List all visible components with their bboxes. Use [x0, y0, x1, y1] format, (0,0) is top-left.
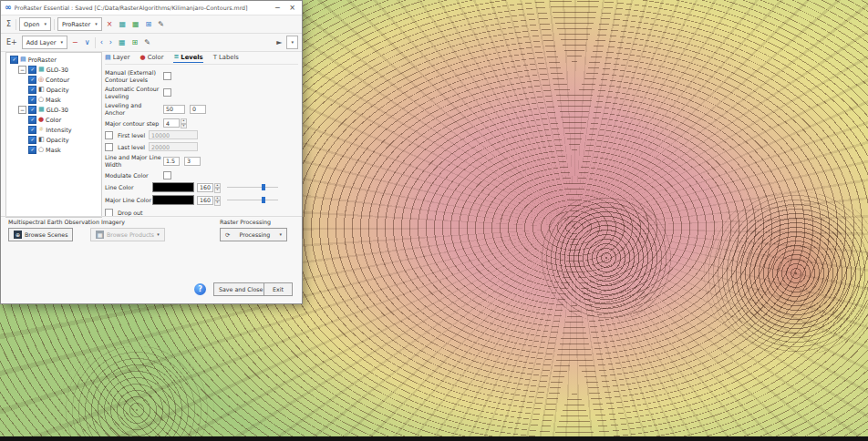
visibility-checkbox[interactable]: ✓ — [28, 126, 36, 134]
tree-item-label: GLO-30 — [46, 67, 68, 74]
grid-icon[interactable]: ⊞ — [130, 38, 140, 47]
line-color-alpha-slider[interactable] — [227, 183, 278, 192]
major-step-spinner[interactable]: ▴ ▾ — [181, 118, 187, 128]
spin-down-icon[interactable]: ▾ — [214, 188, 221, 193]
minimize-button[interactable]: ─ — [272, 2, 284, 14]
grid-icon[interactable]: ⊞ — [144, 20, 154, 29]
edit-icon[interactable]: ✎ — [156, 20, 166, 29]
line-color-swatch[interactable] — [152, 182, 194, 192]
modulate-color-checkbox[interactable] — [163, 171, 171, 179]
browse-scenes-button[interactable]: ⊕ Browse Scenes — [8, 228, 73, 241]
collapse-icon[interactable]: − — [18, 106, 26, 114]
workspace-dropdown[interactable]: ProRaster ▾ — [57, 17, 102, 31]
line-color-alpha-input[interactable] — [197, 183, 213, 192]
bottom-edge-bar — [0, 436, 868, 441]
table-icon[interactable]: ▦ — [130, 20, 141, 29]
tree-item-mask-1[interactable]: ✓ ○ Mask — [6, 95, 101, 105]
window-title: ProRaster Essential : Saved [C:/Data/Ras… — [15, 5, 270, 11]
tree-item-opacity-1[interactable]: ✓ ◧ Opacity — [6, 85, 101, 95]
chevron-down-icon: ▾ — [291, 40, 294, 45]
view-mode-dropdown[interactable]: ▾ — [286, 36, 298, 49]
layer-tab-icon: ▤ — [105, 55, 111, 61]
visibility-checkbox[interactable]: ✓ — [28, 136, 36, 144]
automatic-contour-checkbox[interactable] — [163, 88, 171, 97]
browse-products-label: Browse Products — [107, 231, 154, 238]
tree-item-intensity[interactable]: ✓ ☼ Intensity — [6, 125, 101, 135]
modulate-color-label: Modulate Color — [105, 172, 163, 179]
visibility-checkbox[interactable]: ✓ — [28, 76, 36, 84]
leveling-input[interactable] — [163, 105, 185, 114]
globe-icon: ⊕ — [14, 231, 22, 239]
first-level-input[interactable] — [149, 130, 198, 139]
navigate-back-icon[interactable]: ‹ — [98, 38, 105, 47]
tree-item-color[interactable]: ✓ ● Color — [6, 115, 101, 125]
visibility-checkbox[interactable]: ✓ — [28, 146, 36, 154]
pointer-tool-icon[interactable]: ► — [274, 38, 284, 47]
color-tab-icon: ● — [140, 55, 146, 61]
tab-labels[interactable]: T Labels — [213, 54, 239, 62]
delete-icon[interactable]: × — [105, 20, 115, 29]
remove-layer-icon[interactable]: − — [70, 38, 80, 47]
spin-down-icon[interactable]: ▾ — [181, 124, 187, 129]
move-layer-down-icon[interactable]: ∨ — [83, 38, 92, 47]
tab-levels[interactable]: ≡ Levels — [173, 54, 202, 63]
separator — [95, 37, 96, 48]
help-button[interactable]: ? — [194, 283, 206, 295]
expression-add-icon[interactable]: E+ — [5, 38, 19, 47]
line-width-input[interactable] — [163, 157, 180, 166]
foothill-contours — [50, 346, 223, 441]
tree-item-mask-2[interactable]: ✓ ○ Mask — [6, 145, 101, 155]
tree-item-glo30-2[interactable]: − ✓ ▦ GLO-30 — [6, 105, 101, 115]
palette-icon[interactable]: ▦ — [117, 20, 128, 29]
tree-item-opacity-2[interactable]: ✓ ◧ Opacity — [6, 135, 101, 145]
major-line-color-swatch[interactable] — [152, 195, 194, 205]
tree-item-label: Opacity — [46, 87, 69, 94]
major-line-color-alpha-input[interactable] — [197, 196, 213, 205]
edit-icon[interactable]: ✎ — [142, 38, 152, 47]
save-and-close-button[interactable]: Save and Close — [213, 282, 268, 296]
major-line-color-alpha-slider[interactable] — [227, 196, 278, 205]
browse-products-button[interactable]: ▦ Browse Products ▾ — [90, 228, 165, 241]
mask-icon: ○ — [38, 97, 44, 103]
sigma-expression-icon[interactable]: Σ — [5, 20, 13, 29]
manual-contour-checkbox[interactable] — [163, 72, 171, 80]
processing-label: Processing — [240, 231, 271, 238]
opacity-icon: ◧ — [38, 137, 45, 143]
major-line-color-alpha-spinner[interactable]: ▴ ▾ — [214, 196, 221, 205]
line-color-alpha-spinner[interactable]: ▴ ▾ — [214, 183, 221, 192]
app-logo-icon: ∞ — [5, 4, 12, 12]
last-level-input[interactable] — [149, 142, 198, 151]
visibility-checkbox[interactable]: ✓ — [10, 56, 18, 64]
tree-item-glo30-1[interactable]: − ✓ ▦ GLO-30 — [6, 65, 101, 75]
major-step-input[interactable] — [163, 118, 180, 128]
processing-dropdown[interactable]: ⟳ Processing ▾ — [220, 228, 287, 241]
major-line-width-input[interactable] — [184, 157, 201, 166]
collapse-icon[interactable]: − — [18, 66, 26, 74]
workspace-label: ProRaster — [62, 21, 90, 28]
last-level-checkbox[interactable] — [105, 143, 113, 151]
close-button[interactable]: × — [286, 2, 298, 14]
spin-down-icon[interactable]: ▾ — [214, 200, 221, 206]
table-icon[interactable]: ▦ — [117, 38, 128, 47]
visibility-checkbox[interactable]: ✓ — [28, 116, 36, 124]
anchor-input[interactable] — [190, 105, 206, 114]
tab-color[interactable]: ● Color — [140, 54, 164, 62]
tree-item-root[interactable]: ✓ ▤ ProRaster — [6, 55, 101, 65]
exit-button[interactable]: Exit — [264, 282, 293, 296]
tree-item-contour[interactable]: ✓ ◎ Contour — [6, 75, 101, 85]
visibility-checkbox[interactable]: ✓ — [28, 86, 36, 94]
automatic-contour-row: Automatic Contour Leveling — [105, 86, 298, 99]
open-label: Open — [24, 21, 39, 28]
layer-toolbar: E+ Add Layer ▾ − ∨ ‹ › ▦ ⊞ ✎ ► ▾ — [1, 34, 302, 52]
add-layer-dropdown[interactable]: Add Layer ▾ — [22, 36, 67, 49]
navigate-forward-icon[interactable]: › — [108, 38, 114, 47]
visibility-checkbox[interactable]: ✓ — [28, 96, 36, 104]
section-divider — [1, 216, 302, 217]
window-titlebar[interactable]: ∞ ProRaster Essential : Saved [C:/Data/R… — [1, 1, 302, 15]
first-level-checkbox[interactable] — [105, 131, 113, 139]
separator — [54, 19, 55, 30]
visibility-checkbox[interactable]: ✓ — [28, 106, 36, 114]
open-dropdown[interactable]: Open ▾ — [19, 17, 51, 31]
visibility-checkbox[interactable]: ✓ — [28, 66, 36, 74]
tab-layer[interactable]: ▤ Layer — [105, 54, 130, 62]
